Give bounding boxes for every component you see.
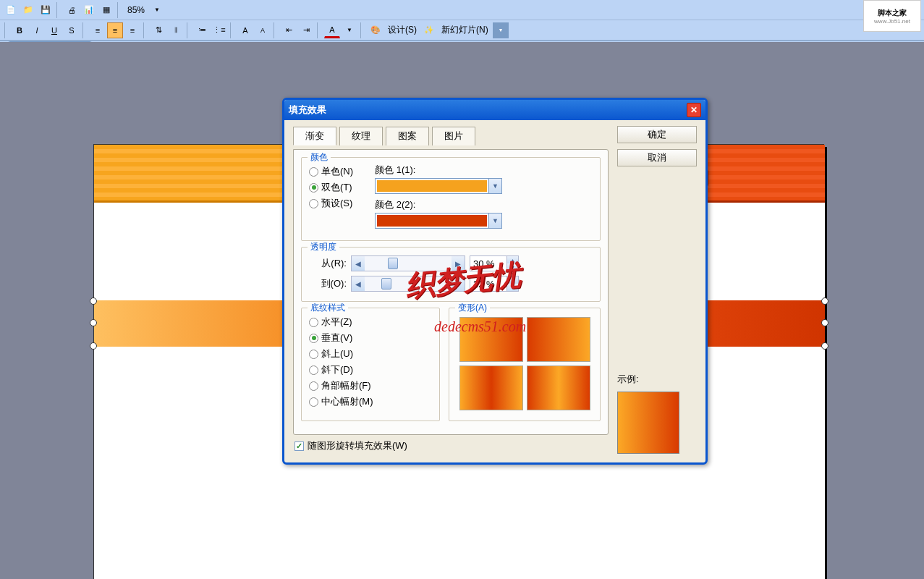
toolbar-icon[interactable]: 📁 [20,2,36,18]
transparency-legend: 透明度 [308,241,339,253]
dialog-title: 填充效果 [289,103,326,117]
colors-group: 颜色 单色(N) 双色(T) 预设(S) 颜色 1(1): ▼ [301,157,601,241]
trans-to-slider[interactable]: ◀ ▶ [351,276,465,292]
trans-from-label: 从(R): [309,257,347,270]
tab-picture[interactable]: 图片 [432,127,475,145]
style-diag-down[interactable]: 斜下(D) [309,362,432,378]
shading-style-group: 底纹样式 水平(Z) 垂直(V) 斜上(U) 斜下(D) 角部幅射(F) 中心幅… [301,308,440,421]
style-legend: 底纹样式 [308,302,348,314]
style-vertical[interactable]: 垂直(V) [309,330,432,346]
style-horizontal[interactable]: 水平(Z) [309,314,432,330]
color1-picker[interactable]: ▼ [375,178,502,194]
slider-left-icon[interactable]: ◀ [352,276,365,291]
toolbar-overflow[interactable]: ▾ [493,22,509,38]
example-label: 示例: [617,373,697,386]
columns-button[interactable]: ⫴ [168,22,184,38]
font-shrink-button[interactable]: A [255,22,271,38]
close-button[interactable]: ✕ [687,103,701,117]
slider-left-icon[interactable]: ◀ [352,256,365,271]
design-button[interactable]: 设计(S) [385,24,420,36]
tab-pattern[interactable]: 图案 [386,127,429,145]
cancel-button[interactable]: 取消 [617,149,697,166]
indent-button[interactable]: ⇥ [298,22,314,38]
dialog-titlebar[interactable]: 填充效果 ✕ [284,100,705,120]
align-left-button[interactable]: ≡ [90,22,106,38]
trans-to-spinner[interactable]: ▲▼ [470,276,519,292]
color2-label: 颜色 2(2): [375,198,434,211]
radio-one-color[interactable]: 单色(N) [309,164,353,179]
font-color-button[interactable]: A [324,22,340,38]
color2-picker[interactable]: ▼ [375,213,502,229]
toolbar-format: B I U S ≡ ≡ ≡ ⇅ ⫴ ≔ ⋮≡ A A ⇤ ⇥ A ▼ 🎨 设计(… [0,20,924,41]
spinner-down-icon[interactable]: ▼ [507,284,518,291]
logo-text: 脚本之家 [878,8,907,18]
bold-button[interactable]: B [12,22,27,38]
new-slide-button[interactable]: 新幻灯片(N) [438,24,491,36]
trans-from-spinner[interactable]: ▲▼ [470,255,519,271]
tab-strip: 渐变 纹理 图案 图片 [293,126,609,145]
slider-right-icon[interactable]: ▶ [452,276,465,291]
variants-legend: 变形(A) [455,302,490,314]
toolbar-icon[interactable]: 🖨 [64,2,80,18]
bullets-button[interactable]: ⋮≡ [211,22,227,38]
trans-to-input[interactable] [470,276,506,291]
variant-3[interactable] [459,365,523,410]
font-grow-button[interactable]: A [237,22,253,38]
numbering-button[interactable]: ≔ [194,22,210,38]
trans-from-input[interactable] [470,256,506,271]
selection-handle[interactable] [90,342,97,350]
line-spacing-button[interactable]: ⇅ [151,22,166,38]
colors-legend: 颜色 [308,151,331,164]
variant-4[interactable] [527,365,590,410]
toolbar-top: 📄 📁 💾 🖨 📊 ▦ 85% ▼ [0,0,924,20]
slider-right-icon[interactable]: ▶ [452,256,465,271]
table-icon[interactable]: ▦ [98,2,114,18]
variant-1[interactable] [459,317,523,362]
rotate-fill-label: 随图形旋转填充效果(W) [308,439,407,452]
align-right-button[interactable]: ≡ [124,22,140,38]
zoom-value[interactable]: 85% [124,5,148,15]
dropdown-icon[interactable]: ▼ [488,214,501,228]
chart-icon[interactable]: 📊 [81,2,97,18]
selection-handle[interactable] [821,297,828,305]
trans-to-label: 到(O): [309,277,347,290]
new-slide-icon[interactable]: ✨ [421,22,437,38]
selection-handle[interactable] [821,319,828,326]
tab-texture[interactable]: 纹理 [339,127,383,145]
style-diag-up[interactable]: 斜上(U) [309,346,432,362]
logo-url: www.Jb51.net [874,18,910,25]
design-icon[interactable]: 🎨 [368,22,383,38]
tab-gradient[interactable]: 渐变 [293,127,336,145]
rotate-fill-check[interactable]: ✓ 随图形旋转填充效果(W) [293,435,609,454]
toolbar-icon[interactable]: 📄 [3,2,19,18]
variant-2[interactable] [527,317,590,362]
checkbox-icon[interactable]: ✓ [294,441,304,451]
underline-button[interactable]: U [46,22,62,38]
selection-handle[interactable] [90,319,97,326]
selection-handle[interactable] [90,297,97,305]
fill-effects-dialog: 填充效果 ✕ 渐变 纹理 图案 图片 颜色 单色(N) 双色(T) 预设(S) [282,98,708,465]
italic-button[interactable]: I [29,22,45,38]
outdent-button[interactable]: ⇤ [281,22,297,38]
transparency-group: 透明度 从(R): ◀ ▶ ▲▼ 到( [301,247,601,302]
dropdown-icon[interactable]: ▼ [488,179,501,193]
zoom-dropdown[interactable]: ▼ [149,2,165,18]
spinner-down-icon[interactable]: ▼ [507,263,518,271]
selection-handle[interactable] [821,342,828,350]
trans-from-slider[interactable]: ◀ ▶ [351,255,465,271]
shadow-button[interactable]: S [64,22,80,38]
style-center[interactable]: 中心幅射(M) [309,394,432,410]
style-corner[interactable]: 角部幅射(F) [309,378,432,394]
site-logo: 脚本之家 www.Jb51.net [863,0,921,32]
ok-button[interactable]: 确定 [617,126,697,143]
font-color-dropdown[interactable]: ▼ [342,22,357,38]
align-center-button[interactable]: ≡ [107,22,123,38]
spinner-up-icon[interactable]: ▲ [507,256,518,263]
color1-label: 颜色 1(1): [375,164,434,177]
toolbar-icon[interactable]: 💾 [38,2,54,18]
radio-preset[interactable]: 预设(S) [309,195,353,211]
example-preview [617,392,679,454]
variants-group: 变形(A) [449,308,601,421]
radio-two-color[interactable]: 双色(T) [309,179,353,195]
spinner-up-icon[interactable]: ▲ [507,276,518,284]
